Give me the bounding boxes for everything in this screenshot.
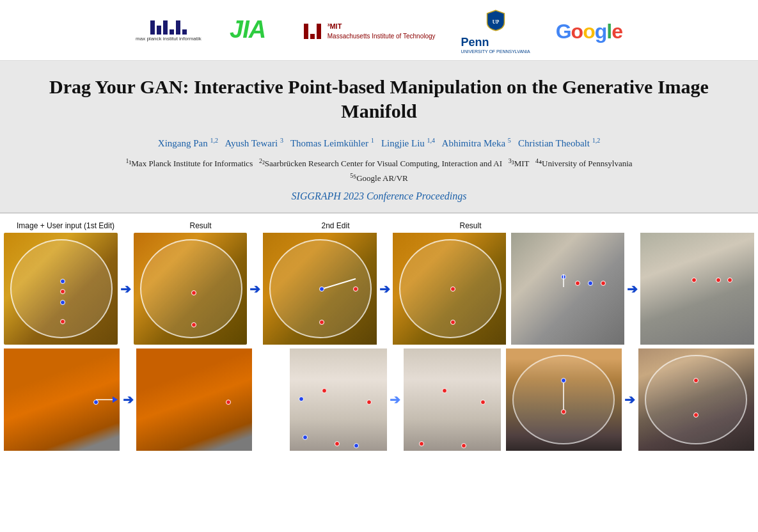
- arrow7: ➔: [622, 392, 638, 407]
- mpi-bar1: [150, 20, 155, 35]
- mountain-result-red2: [693, 412, 699, 418]
- person-result-red1: [442, 388, 447, 393]
- mountain-mask2: [645, 355, 747, 444]
- car-drag-line: [4, 348, 120, 451]
- arrow1: ➔: [118, 281, 134, 297]
- mountain-drag-blue: [561, 378, 566, 383]
- row1: ➔ ➔ ➔: [4, 233, 754, 345]
- person-result-red4: [461, 443, 466, 448]
- label-edit2: 2nd Edit: [276, 221, 395, 230]
- mpi-text: max planck institut informatik: [136, 36, 201, 42]
- arrow3: ➔: [377, 281, 393, 297]
- cat-result-red2: [716, 278, 721, 283]
- mountain-result: [638, 348, 754, 451]
- person-pt-blue3: [354, 443, 359, 448]
- arrow6: ➔: [387, 392, 404, 407]
- lion-edit1: [4, 233, 118, 345]
- label-edit1: Image + User input (1st Edit): [6, 221, 125, 230]
- conference: SIGGRAPH 2023 Conference Proceedings: [26, 191, 732, 202]
- penn-text: Penn: [461, 36, 530, 49]
- title-section: Drag Your GAN: Interactive Point-based M…: [0, 61, 758, 214]
- person-pt-red2: [367, 400, 372, 405]
- mpi-bar2: [157, 26, 161, 35]
- google-logo: Google: [556, 20, 622, 43]
- mit-bar2: [310, 34, 315, 39]
- mpi-bar3: [163, 20, 168, 35]
- person-result-red2: [480, 400, 486, 405]
- label-result1: Result: [141, 221, 260, 230]
- person-pt-blue1: [299, 396, 304, 402]
- car-result: [136, 348, 252, 451]
- affiliations: 1¹Max Planck Institute for Informatics 2…: [26, 156, 732, 185]
- person-result: [404, 348, 501, 451]
- cat-result: [640, 233, 754, 345]
- drag-point-red3: [191, 290, 196, 295]
- penn-logo: UP Penn University of Pennsylvania: [461, 9, 530, 54]
- logos-header: max planck institut informatik JIA ³MIT …: [0, 0, 758, 61]
- lion-result2: [393, 233, 507, 345]
- svg-marker-5: [113, 396, 118, 403]
- label-result2: Result: [411, 221, 530, 230]
- svg-line-2: [322, 279, 356, 289]
- cat-result-red1: [691, 278, 697, 283]
- row2: ➔ ➔: [4, 348, 754, 451]
- car-input: [4, 348, 120, 451]
- cat-result-red3: [727, 278, 732, 283]
- mountain-drag-line: [506, 348, 622, 451]
- person-pt-red1: [322, 388, 327, 393]
- paper-title: Drag Your GAN: Interactive Point-based M…: [26, 75, 732, 123]
- mpi-logo: max planck institut informatik: [136, 20, 201, 42]
- jia-logo: JIA: [227, 15, 278, 48]
- arrow4: ➔: [624, 281, 640, 297]
- mountain-drag-red: [561, 409, 566, 414]
- mountain-result-red1: [693, 378, 699, 383]
- mit-bar1: [304, 24, 308, 39]
- authors: Xingang Pan 1,2 Ayush Tewari 3 Thomas Le…: [26, 136, 732, 151]
- svg-text:UP: UP: [492, 19, 499, 25]
- cat-input: [511, 233, 625, 345]
- car-result-red: [226, 400, 231, 405]
- arrow5: ➔: [120, 392, 136, 407]
- person-result-red3: [419, 441, 424, 446]
- drag-point-red7: [450, 286, 455, 292]
- mit-text: ³MIT Massachusetts Institute of Technolo…: [328, 22, 436, 42]
- arrow2: ➔: [247, 281, 263, 297]
- column-labels: Image + User input (1st Edit) Result 2nd…: [4, 221, 754, 230]
- mpi-bar5: [176, 20, 180, 35]
- mit-bar3: [317, 24, 321, 39]
- person-input: [290, 348, 387, 451]
- cat-drag-lines: [511, 233, 625, 345]
- mountain-input: [506, 348, 622, 451]
- lion-edit2: [263, 233, 377, 345]
- mpi-bar6: [182, 29, 187, 35]
- mit-logo: ³MIT Massachusetts Institute of Technolo…: [304, 22, 436, 42]
- person-pt-red3: [335, 441, 340, 446]
- person-pt-blue2: [303, 435, 308, 440]
- drag-point-red4: [191, 322, 196, 327]
- svg-text:JIA: JIA: [230, 16, 265, 43]
- drag-point-red8: [450, 320, 455, 325]
- mpi-bar4: [170, 29, 174, 35]
- content-section: Image + User input (1st Edit) Result 2nd…: [0, 214, 758, 458]
- penn-sub: University of Pennsylvania: [461, 49, 530, 54]
- lion-result1: [134, 233, 248, 345]
